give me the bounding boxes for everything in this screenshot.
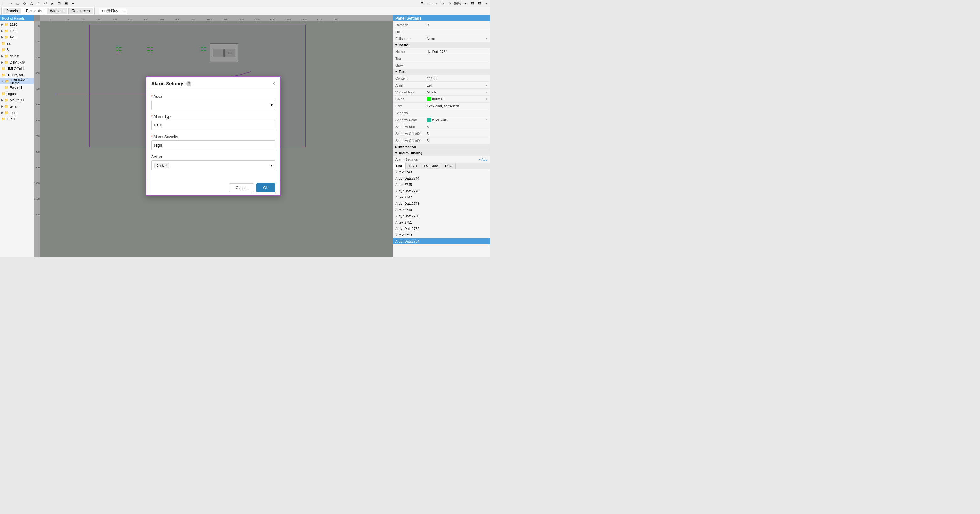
toolbar-icon-refresh[interactable]: ↻ — [447, 1, 452, 6]
tab-resources[interactable]: Resources — [68, 8, 93, 14]
alarm-binding-section-header[interactable]: ▼ Alarm Binding — [393, 150, 490, 156]
add-alarm-button[interactable]: + Add — [479, 158, 487, 161]
color-dropdown-arrow[interactable]: ▾ — [486, 97, 487, 101]
sidebar-item-B[interactable]: 📁 B — [0, 46, 33, 53]
toolbar-icon-rotate[interactable]: ↺ — [43, 1, 48, 6]
alarm-severity-label: * Alarm Severity — [151, 135, 275, 139]
alarm-type-field-group: * Alarm Type Fault — [151, 115, 275, 130]
text-section-header[interactable]: ▼ Text — [393, 69, 490, 75]
sidebar-item-tenant[interactable]: ▶ 📁 tenant — [0, 103, 33, 110]
list-item-text2749[interactable]: A text2749 — [393, 207, 490, 213]
action-select[interactable]: Blink × ▾ — [151, 160, 275, 171]
sidebar-item-jingan[interactable]: 📁 jingan — [0, 91, 33, 97]
prop-name-value[interactable]: dynData2754 — [427, 50, 487, 53]
toolbar-icon-text[interactable]: A — [50, 1, 55, 6]
toolbar-icon-window2[interactable]: ⊡ — [477, 1, 482, 6]
toolbar-icon-component[interactable]: ▣ — [64, 1, 68, 6]
toolbar-icon-window1[interactable]: ⊡ — [470, 1, 475, 6]
sidebar-item-423[interactable]: ▶ 📁 423 — [0, 34, 33, 40]
close-file-tab[interactable]: × — [122, 9, 124, 13]
prop-shadow-offset-y-value[interactable]: 3 — [427, 139, 487, 142]
toolbar-icon-lines[interactable]: ≡ — [70, 1, 75, 6]
list-item-dynData2744[interactable]: A dynData2744 — [393, 175, 490, 182]
tab-panels[interactable]: Panels — [3, 8, 21, 14]
shadow-color-dropdown-arrow[interactable]: ▾ — [486, 118, 487, 121]
sidebar-item-aa[interactable]: 📁 aa — [0, 40, 33, 46]
prop-rotation-value[interactable]: 0 — [427, 23, 487, 27]
align-dropdown-arrow[interactable]: ▾ — [486, 84, 487, 87]
tab-data[interactable]: Data — [442, 163, 456, 169]
list-item-dynData2754[interactable]: A dynData2754 — [393, 238, 490, 244]
list-item-icon: A — [395, 196, 398, 199]
toolbar-icon-rect[interactable]: □ — [15, 1, 20, 6]
sidebar-item-TEST[interactable]: 📁 TEST — [0, 116, 33, 122]
list-item-text2745[interactable]: A text2745 — [393, 182, 490, 188]
canvas-area[interactable]: 0 100 200 300 400 500 600 700 800 900 10… — [34, 15, 393, 257]
list-item-text2751[interactable]: A text2751 — [393, 219, 490, 225]
list-item-text2743[interactable]: A text2743 — [393, 169, 490, 175]
alarm-type-input[interactable]: Fault — [151, 120, 275, 130]
toolbar-icon-play[interactable]: ▷ — [440, 1, 445, 6]
list-item-dynData2746[interactable]: A dynData2746 — [393, 188, 490, 194]
list-item-text2747[interactable]: A text2747 — [393, 194, 490, 200]
sidebar-item-test[interactable]: ▶ 📁 test — [0, 110, 33, 116]
blink-tag-remove[interactable]: × — [165, 164, 167, 167]
prop-fullscreen-value[interactable]: None — [427, 37, 485, 41]
basic-section-header[interactable]: ▼ Basic — [393, 42, 490, 48]
tab-list[interactable]: List — [393, 163, 406, 169]
sidebar-item-dtm[interactable]: ▶ 📁 DTM 示例 — [0, 59, 33, 65]
sidebar-item-interaction-demo[interactable]: ▼ 📂 Interaction Demo — [0, 78, 33, 84]
list-item-icon: A — [395, 202, 398, 206]
prop-shadow-offset-x-value[interactable]: 3 — [427, 132, 487, 136]
modal-close-button[interactable]: × — [272, 81, 275, 86]
prop-shadow-color-value[interactable]: #1ABC9C — [432, 118, 485, 122]
sidebar-item-hmi[interactable]: 📁 HMI Official — [0, 65, 33, 72]
toolbar-icon-settings[interactable]: ⚙ — [420, 1, 425, 6]
toolbar-icon-undo[interactable]: ↩ — [426, 1, 431, 6]
asset-select[interactable]: ▾ — [151, 100, 275, 110]
toolbar-icon-diamond[interactable]: ◇ — [22, 1, 27, 6]
toolbar-icon-circle[interactable]: ○ — [8, 1, 13, 6]
prop-vertical-align-value[interactable]: Middle — [427, 90, 485, 94]
sidebar-item-ht-project[interactable]: 📁 HT-Project — [0, 72, 33, 78]
tab-layer[interactable]: Layer — [406, 163, 421, 169]
tab-widgets[interactable]: Widgets — [46, 8, 67, 14]
cancel-button[interactable]: Cancel — [229, 184, 254, 192]
ok-button[interactable]: OK — [256, 184, 275, 192]
list-item-dynData2750[interactable]: A dynData2750 — [393, 213, 490, 219]
fullscreen-dropdown-arrow[interactable]: ▾ — [486, 37, 487, 40]
interaction-section-header[interactable]: ▶ Interaction — [393, 144, 490, 150]
prop-shadow-blur-value[interactable]: 6 — [427, 125, 487, 129]
open-file-tab[interactable]: xxx开启此... — [102, 8, 120, 13]
toolbar-icon-star[interactable]: ☆ — [36, 1, 41, 6]
list-item-dynData2752[interactable]: A dynData2752 — [393, 225, 490, 232]
toolbar-icon-grid[interactable]: ⊞ — [57, 1, 62, 6]
toolbar-icon-redo[interactable]: ↪ — [433, 1, 439, 6]
prop-vertical-align: Vertical Align Middle ▾ — [393, 89, 490, 96]
tab-overview[interactable]: Overview — [421, 163, 442, 169]
prop-content-value[interactable]: ### ## — [427, 77, 487, 80]
sidebar-item-dt-test[interactable]: ▶ 📁 dt test — [0, 53, 33, 59]
sidebar-item-folder1[interactable]: 📁 Folder 1 — [0, 84, 33, 91]
alarm-severity-input[interactable]: High — [151, 140, 275, 150]
toolbar-icon-triangle[interactable]: △ — [29, 1, 34, 6]
vertical-align-dropdown-arrow[interactable]: ▾ — [486, 91, 487, 94]
color-swatch[interactable] — [427, 97, 431, 101]
prop-shadow-label: Shadow — [395, 111, 427, 115]
sidebar-item-1130[interactable]: ▶ 📁 1130 — [0, 21, 33, 28]
alarm-severity-field-group: * Alarm Severity High — [151, 135, 275, 150]
prop-color-value[interactable]: #00ff00 — [432, 97, 485, 101]
toolbar-icon-menu[interactable]: ☰ — [1, 1, 6, 6]
tab-elements[interactable]: Elements — [22, 8, 45, 14]
list-item-dynData2748[interactable]: A dynData2748 — [393, 200, 490, 207]
modal-help-icon[interactable]: ? — [186, 81, 191, 86]
sidebar-item-123[interactable]: ▶ 📁 123 — [0, 28, 33, 34]
toolbar-icon-close[interactable]: × — [484, 1, 489, 6]
sidebar-item-mouth11[interactable]: ▶ 📁 Mouth 11 — [0, 97, 33, 103]
prop-align-value[interactable]: Left — [427, 83, 485, 87]
toolbar-icon-plus[interactable]: + — [463, 1, 468, 6]
prop-font: Font 12px arial, sans-serif — [393, 102, 490, 110]
shadow-color-swatch[interactable] — [427, 118, 431, 122]
prop-font-value[interactable]: 12px arial, sans-serif — [427, 104, 487, 108]
list-item-text2753[interactable]: A text2753 — [393, 232, 490, 238]
